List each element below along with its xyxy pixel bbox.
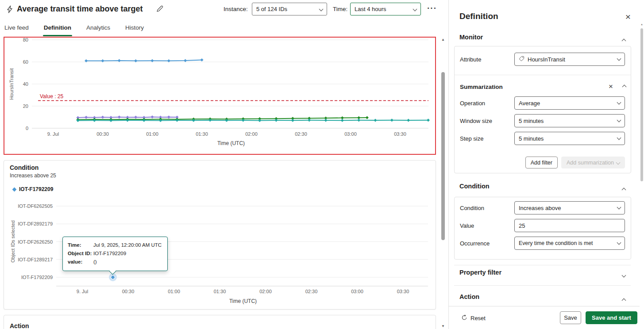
add-filter-button[interactable]: Add filter (525, 157, 558, 168)
svg-text:01:00: 01:00 (146, 131, 158, 137)
svg-text:9. Jul: 9. Jul (77, 289, 88, 294)
tooltip-value-value: () (93, 258, 97, 266)
remove-summarization-icon[interactable]: × (606, 82, 616, 92)
action-card: Action (4, 315, 436, 329)
divider (454, 265, 631, 265)
action-card-title: Action (10, 322, 29, 329)
tooltip-object-value: IOT-F1792209 (93, 249, 126, 258)
chevron-down-icon (617, 100, 621, 105)
reset-label: Reset (470, 315, 486, 321)
tab-history[interactable]: History (124, 20, 145, 37)
section-property-filter-header[interactable]: Property filter (459, 269, 501, 276)
monitor-chart-card[interactable]: 020406080Value : 259. Jul00:3001:0001:30… (4, 37, 436, 155)
value-input[interactable] (519, 222, 621, 229)
scroll-up-icon[interactable]: ▲ (640, 23, 644, 26)
svg-text:40: 40 (23, 81, 28, 87)
chart-tooltip: Time: Jul 9, 2025, 12:20:00 AM UTC Objec… (62, 237, 168, 271)
scroll-down-icon[interactable]: ▼ (440, 324, 447, 328)
legend-item[interactable]: IOT-F1792209 (13, 186, 53, 192)
condition-chart-card: Condition Increases above 25 IOT-F179220… (4, 160, 436, 310)
svg-text:03:00: 03:00 (351, 289, 363, 294)
legend-diamond-icon (12, 187, 17, 191)
svg-text:03:30: 03:30 (397, 289, 409, 294)
add-summarization-label: Add summarization (567, 160, 614, 166)
value-label: Value (460, 222, 474, 229)
value-field[interactable] (514, 219, 625, 232)
header: Average transit time above target Instan… (0, 0, 448, 20)
condition-card-title: Condition (10, 164, 39, 171)
svg-text:HoursInTransit: HoursInTransit (9, 68, 14, 100)
occurrence-dropdown[interactable]: Every time the condition is met (514, 237, 625, 250)
svg-text:80: 80 (23, 38, 28, 42)
tab-bar: Live feedDefinitionAnalyticsHistory (4, 20, 145, 37)
svg-text:00:30: 00:30 (96, 131, 109, 137)
svg-text:IOT-DF6262505: IOT-DF6262505 (18, 203, 53, 209)
more-options-button[interactable]: ··· (425, 2, 439, 15)
panel-scrollbar[interactable]: ▲ (640, 0, 644, 329)
condition-dropdown[interactable]: Increases above (514, 201, 625, 214)
close-panel-icon[interactable]: × (623, 11, 633, 22)
window-size-dropdown[interactable]: 5 minutes (514, 114, 625, 127)
scroll-up-icon[interactable]: ▲ (440, 38, 447, 42)
chevron-down-icon (413, 7, 417, 11)
add-summarization-button[interactable]: Add summarization (561, 157, 625, 168)
reset-button[interactable]: Reset (459, 311, 488, 325)
main-scrollbar-thumb[interactable] (441, 72, 445, 240)
svg-text:00:30: 00:30 (122, 289, 135, 294)
legend-label: IOT-F1792209 (19, 186, 53, 192)
occurrence-label: Occurrence (460, 240, 490, 247)
chevron-up-icon[interactable] (622, 36, 625, 44)
instance-dropdown[interactable]: 5 of 124 IDs (252, 3, 327, 15)
step-size-dropdown[interactable]: 5 minutes (514, 132, 625, 145)
occurrence-value: Every time the condition is met (519, 240, 614, 246)
operation-dropdown[interactable]: Average (514, 96, 625, 110)
tab-analytics[interactable]: Analytics (85, 20, 111, 37)
panel-scrollbar-thumb[interactable] (640, 28, 643, 181)
chevron-up-icon[interactable] (622, 296, 625, 304)
svg-text:02:30: 02:30 (305, 289, 318, 294)
section-condition-header[interactable]: Condition (459, 183, 490, 190)
tooltip-value-label: value: (68, 258, 93, 266)
chevron-down-icon (617, 57, 621, 61)
step-size-value: 5 minutes (519, 135, 614, 142)
svg-text:IOT-DF2892179: IOT-DF2892179 (18, 221, 53, 226)
definition-panel: Definition × Monitor Attribute HoursInTr… (448, 0, 640, 329)
window-size-value: 5 minutes (519, 118, 614, 124)
condition-form-card: Condition Increases above Value Occurren… (454, 197, 631, 260)
svg-text:02:30: 02:30 (295, 131, 307, 137)
section-action-header[interactable]: Action (459, 293, 479, 300)
panel-title: Definition (459, 11, 498, 21)
tab-live-feed[interactable]: Live feed (4, 20, 30, 37)
time-dropdown[interactable]: Last 4 hours (350, 3, 421, 15)
chevron-down-icon (617, 136, 621, 140)
monitor-chart[interactable]: 020406080Value : 259. Jul00:3001:0001:30… (4, 38, 435, 154)
monitor-card: Attribute HoursInTransit Summarization ×… (454, 46, 631, 173)
operation-label: Operation (460, 100, 485, 107)
save-and-start-button[interactable]: Save and start (586, 311, 637, 324)
svg-text:Object IDs selected: Object IDs selected (10, 220, 15, 262)
save-button[interactable]: Save (560, 311, 581, 324)
chevron-down-icon (319, 7, 324, 11)
attribute-dropdown[interactable]: HoursInTransit (514, 53, 625, 66)
svg-text:02:00: 02:00 (259, 289, 272, 294)
edit-title-icon[interactable] (156, 5, 163, 14)
main-scrollbar[interactable]: ▲ ▼ (440, 37, 447, 329)
chevron-up-icon[interactable] (619, 82, 629, 92)
svg-text:60: 60 (23, 59, 28, 65)
step-size-label: Step size (460, 135, 483, 142)
section-monitor-header[interactable]: Monitor (459, 34, 483, 41)
undo-icon (461, 314, 467, 322)
svg-text:IOT-DF1289217: IOT-DF1289217 (18, 257, 53, 262)
time-label: Time: (333, 6, 347, 12)
tooltip-object-label: Object ID: (68, 249, 93, 258)
svg-text:IOT-F1792209: IOT-F1792209 (21, 275, 53, 280)
panel-footer: Reset Save Save and start (449, 306, 640, 329)
chevron-up-icon[interactable] (622, 185, 625, 193)
chevron-down-icon[interactable] (622, 271, 625, 279)
summarization-title: Summarization (460, 84, 503, 90)
chevron-down-icon (617, 118, 621, 122)
svg-text:Time (UTC): Time (UTC) (229, 298, 257, 304)
tab-definition[interactable]: Definition (43, 20, 72, 37)
chevron-down-icon (616, 161, 621, 165)
time-value: Last 4 hours (355, 6, 386, 12)
